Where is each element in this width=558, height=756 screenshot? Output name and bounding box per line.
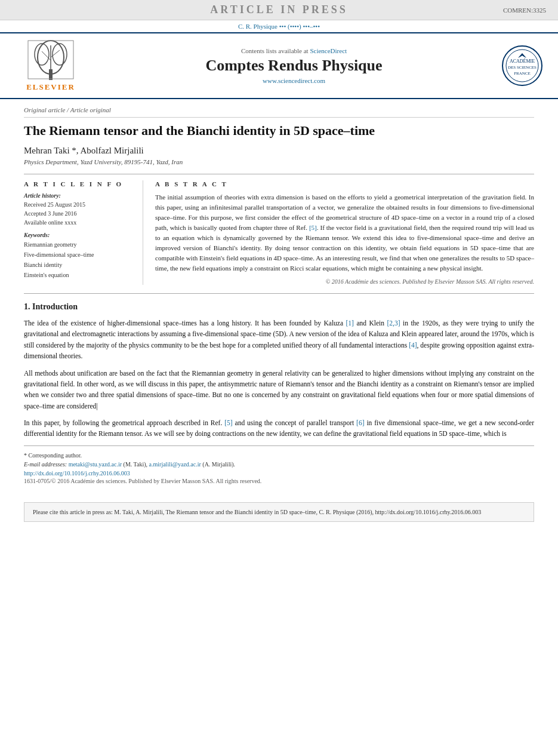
author-line-top: C. R. Physique ••• (••••) •••–••• [0,20,558,33]
abstract-column: A B S T R A C T The initial assumption o… [155,180,534,285]
intro-para-2: All methods about unification are based … [24,368,534,412]
copyright-line: © 2016 Académie des sciences. Published … [155,278,534,285]
affiliation: Physics Department, Yazd University, 891… [24,158,534,165]
article-info-header: A R T I C L E I N F O [24,180,134,188]
journal-url[interactable]: www.sciencedirect.com [90,77,498,84]
email-link-1[interactable]: metaki@stu.yazd.ac.ir [69,461,122,468]
ref-5[interactable]: [5] [309,224,317,231]
article-info-abstract-section: A R T I C L E I N F O Article history: R… [24,174,534,285]
elsevier-tree-icon [27,39,75,81]
academy-logo: ACADÉMIE DES SCIENCES FRANCE [498,45,546,87]
keyword-3: Bianchi identity [24,260,134,270]
keywords-label: Keywords: [24,232,134,238]
ref-5b[interactable]: [5] [224,419,232,426]
svg-text:DES SCIENCES: DES SCIENCES [508,65,537,70]
article-id: COMREN:3325 [503,7,546,14]
footnote-area: * Corresponding author. E-mail addresses… [24,445,534,484]
abstract-text: The initial assumption of theories with … [155,192,534,273]
email-link-2[interactable]: a.mirjalili@yazd.ac.ir [149,461,201,468]
accepted-date: Accepted 3 June 2016 [24,209,134,218]
ref-23[interactable]: [2,3] [387,319,400,327]
svg-line-6 [51,50,60,57]
email-footnote: E-mail addresses: metaki@stu.yazd.ac.ir … [24,460,534,469]
journal-center: Contents lists available at ScienceDirec… [90,47,498,84]
ref-6[interactable]: [6] [356,419,364,426]
introduction-heading: 1. Introduction [24,302,534,312]
issn-line: 1631-0705/© 2016 Académie des sciences. … [24,478,534,484]
authors: Mehran Taki *, Abolfazl Mirjalili [24,146,534,156]
svg-text:ACADÉMIE: ACADÉMIE [510,58,535,64]
abstract-header: A B S T R A C T [155,180,534,188]
doi-link[interactable]: http://dx.doi.org/10.1016/j.crhy.2016.06… [24,470,534,477]
main-content: Original article / Article original The … [0,99,558,496]
available-date: Available online xxxx [24,218,134,227]
intro-para-3: In this paper, by following the geometri… [24,417,534,440]
ref-4[interactable]: [4] [409,342,417,349]
svg-line-5 [42,51,51,60]
ref-1[interactable]: [1] [346,319,354,327]
section-divider [24,293,534,294]
article-in-press-banner: ARTICLE IN PRESS COMREN:3325 [0,0,558,20]
contents-line: Contents lists available at ScienceDirec… [90,47,498,54]
author-citation: C. R. Physique ••• (••••) •••–••• [238,23,320,30]
article-info-column: A R T I C L E I N F O Article history: R… [24,180,143,285]
article-type: Original article / Article original [24,106,534,118]
sciencedirect-link[interactable]: ScienceDirect [310,47,347,54]
keyword-2: Five-dimensional space–time [24,250,134,260]
journal-header: ELSEVIER Contents lists available at Sci… [0,33,558,99]
banner-text: ARTICLE IN PRESS [210,4,347,16]
journal-title: Comptes Rendus Physique [90,57,498,75]
academy-emblem-icon: ACADÉMIE DES SCIENCES FRANCE [501,45,543,87]
page: ARTICLE IN PRESS COMREN:3325 C. R. Physi… [0,0,558,756]
keyword-4: Einstein's equation [24,270,134,280]
intro-para-1: The idea of the existence of higher-dime… [24,318,534,362]
svg-text:FRANCE: FRANCE [514,71,531,76]
article-title: The Riemann tensor and the Bianchi ident… [24,122,534,140]
corresponding-author-note: * Corresponding author. [24,451,534,460]
article-history-label: Article history: [24,192,134,199]
received-date: Received 25 August 2015 [24,200,134,209]
keywords-section: Keywords: Riemannian geometry Five-dimen… [24,232,134,280]
svg-point-2 [35,44,49,65]
keyword-1: Riemannian geometry [24,239,134,250]
elsevier-logo: ELSEVIER [12,39,90,92]
elsevier-label: ELSEVIER [26,82,75,92]
bottom-notice: Please cite this article in press as: M.… [24,502,534,522]
